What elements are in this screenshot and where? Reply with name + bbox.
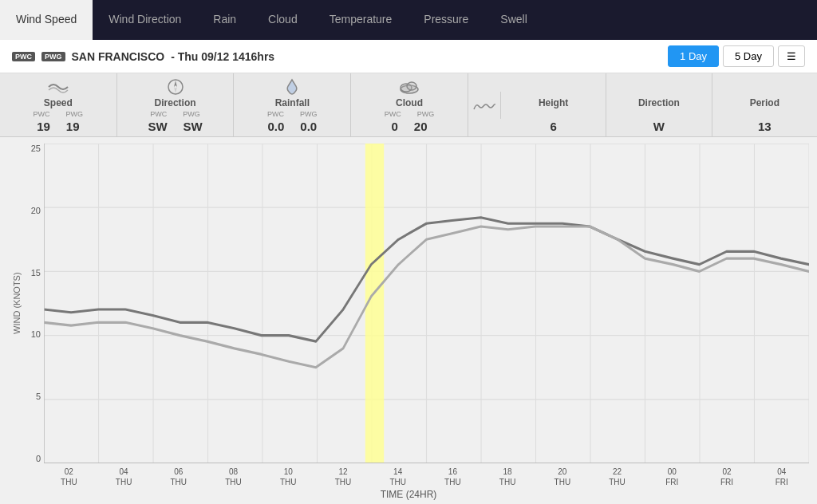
swell-period-val: 13 <box>758 120 772 133</box>
direction-label: Direction <box>155 97 196 108</box>
header-left: PWC PWG SAN FRANCISCO - Thu 09/12 1416hr… <box>12 50 274 63</box>
speed-pwc: 19 <box>37 120 50 133</box>
x-tick-3: 08THU <box>206 467 261 487</box>
svg-marker-2 <box>174 87 177 93</box>
x-axis-label: TIME (24HR) <box>8 489 809 500</box>
swell-height-value: 6 <box>550 120 556 133</box>
cloud-icon <box>398 78 420 96</box>
x-tick-13: 04FRI <box>754 467 809 487</box>
x-tick-8: 18THU <box>480 467 535 487</box>
x-tick-5: 12THU <box>316 467 371 487</box>
x-tick-2: 06THU <box>151 467 206 487</box>
wind-icon <box>47 78 69 96</box>
5day-button[interactable]: 5 Day <box>723 45 774 67</box>
tab-wind-speed[interactable]: Wind Speed <box>0 0 93 40</box>
swell-direction-value: W <box>653 120 665 133</box>
section-cloud: Cloud PWCPWG 0 20 <box>351 73 468 136</box>
location-label: SAN FRANCISCO <box>72 50 165 63</box>
x-tick-0: 02THU <box>41 467 97 487</box>
tab-temperature[interactable]: Temperature <box>314 0 408 40</box>
speed-values: 19 19 <box>37 120 79 133</box>
chart-svg <box>44 144 809 463</box>
y-tick-10: 10 <box>22 329 41 339</box>
1day-button[interactable]: 1 Day <box>668 45 719 67</box>
header-right: 1 Day 5 Day ☰ <box>668 45 805 67</box>
cloud-values: 0 20 <box>392 120 428 133</box>
tab-swell[interactable]: Swell <box>484 0 543 40</box>
swell-height-label: Height <box>539 97 568 108</box>
cloud-pwc: 0 <box>392 120 398 133</box>
rainfall-values: 0.0 0.0 <box>267 120 317 133</box>
badge-pwg: PWG <box>41 52 65 61</box>
y-tick-20: 20 <box>22 206 41 215</box>
section-rainfall: Rainfall PWCPWG 0.0 0.0 <box>234 73 351 136</box>
swell-height-val: 6 <box>550 120 556 133</box>
badge-pwc: PWC <box>12 52 35 61</box>
swell-direction-label: Direction <box>638 97 680 108</box>
tab-wind-direction[interactable]: Wind Direction <box>93 0 197 40</box>
section-swell: - Height 6 - Direction W - Period <box>468 73 817 136</box>
top-navigation: Wind Speed Wind Direction Rain Cloud Tem… <box>0 0 817 40</box>
swell-icon-col <box>468 92 501 119</box>
x-tick-9: 20THU <box>535 467 590 487</box>
speed-label: Speed <box>44 97 73 108</box>
y-tick-5: 5 <box>22 392 41 401</box>
y-axis-label: WIND (KNOTS) <box>8 144 22 463</box>
main-content: PWC PWG SAN FRANCISCO - Thu 09/12 1416hr… <box>0 40 817 504</box>
svg-point-5 <box>407 82 416 90</box>
direction-pwc: SW <box>148 120 167 133</box>
direction-pwg: SW <box>184 120 203 133</box>
cloud-sublabels: PWCPWG <box>385 110 435 118</box>
y-tick-25: 25 <box>22 144 41 153</box>
rainfall-pwg: 0.0 <box>300 120 317 133</box>
datetime-label: - Thu 09/12 1416hrs <box>171 50 274 63</box>
swell-period: - Period 13 <box>712 73 817 136</box>
swell-height-sublabels <box>552 110 555 118</box>
rain-icon <box>283 78 301 96</box>
swell-icon <box>473 96 495 114</box>
swell-period-label: Period <box>750 97 780 108</box>
swell-dir-val: W <box>653 120 665 133</box>
x-tick-6: 14THU <box>370 467 425 487</box>
x-axis: 02THU 04THU 06THU 08THU 10THU 12THU 14TH… <box>8 467 809 487</box>
menu-button[interactable]: ☰ <box>778 45 805 67</box>
swell-direction: - Direction W <box>606 73 712 136</box>
swell-period-sublabels <box>764 110 766 118</box>
x-tick-12: 02FRI <box>700 467 755 487</box>
chart-area <box>44 144 809 463</box>
speed-pwg: 19 <box>66 120 80 133</box>
rainfall-label: Rainfall <box>275 97 310 108</box>
x-tick-4: 10THU <box>261 467 316 487</box>
section-speed: Speed PWCPWG 19 19 <box>0 73 117 136</box>
y-tick-0: 0 <box>22 454 41 463</box>
data-row: Speed PWCPWG 19 19 Direction PWCPWG SW S… <box>0 73 817 137</box>
section-direction: Direction PWCPWG SW SW <box>117 73 235 136</box>
direction-sublabels: PWCPWG <box>150 110 200 118</box>
swell-dir-sublabels <box>658 110 661 118</box>
rainfall-sublabels: PWCPWG <box>267 110 318 118</box>
direction-values: SW SW <box>148 120 202 133</box>
chart-main: WIND (KNOTS) 25 20 15 10 5 0 <box>8 144 809 463</box>
cloud-pwg: 20 <box>414 120 428 133</box>
x-tick-10: 22THU <box>590 467 645 487</box>
y-tick-labels: 25 20 15 10 5 0 <box>22 144 44 463</box>
y-tick-15: 15 <box>22 268 41 278</box>
tab-cloud[interactable]: Cloud <box>252 0 314 40</box>
x-tick-1: 04THU <box>97 467 152 487</box>
rainfall-pwc: 0.0 <box>267 120 284 133</box>
header-bar: PWC PWG SAN FRANCISCO - Thu 09/12 1416hr… <box>0 40 817 73</box>
tab-rain[interactable]: Rain <box>197 0 252 40</box>
cloud-label: Cloud <box>396 97 423 108</box>
chart-section: WIND (KNOTS) 25 20 15 10 5 0 <box>0 137 817 504</box>
tab-pressure[interactable]: Pressure <box>408 0 484 40</box>
swell-height: - Height 6 <box>501 73 606 136</box>
speed-sublabels: PWCPWG <box>34 110 84 118</box>
x-tick-7: 16THU <box>425 467 480 487</box>
compass-icon <box>167 78 184 96</box>
swell-period-value: 13 <box>758 120 772 133</box>
svg-marker-1 <box>174 81 177 87</box>
x-tick-11: 00FRI <box>645 467 700 487</box>
